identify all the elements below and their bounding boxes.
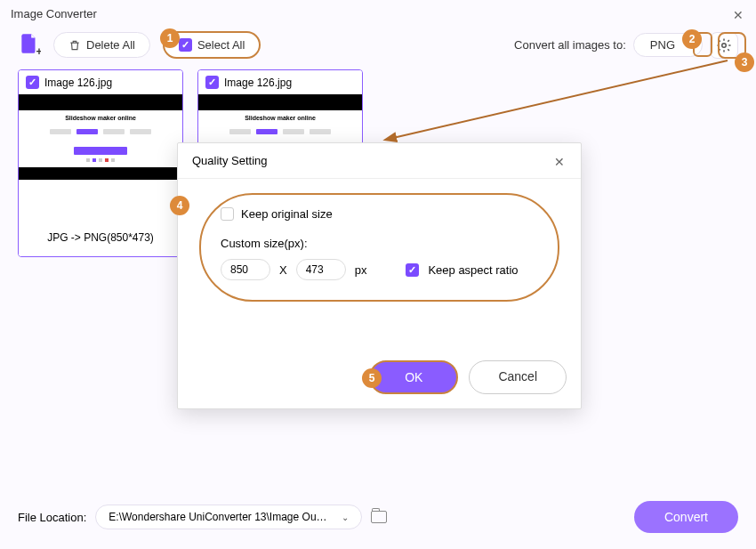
custom-size-label: Custom size(px): xyxy=(221,237,308,250)
keep-original-checkbox[interactable] xyxy=(221,207,234,221)
quality-setting-dialog: Quality Setting Keep original size Custo… xyxy=(177,142,582,409)
callout-2: 2 xyxy=(682,29,702,49)
close-icon[interactable] xyxy=(733,8,745,20)
callout-3: 3 xyxy=(735,52,754,72)
dialog-close-icon[interactable] xyxy=(554,155,567,167)
file-location-label: File Location: xyxy=(18,511,86,524)
svg-point-1 xyxy=(722,43,727,47)
file-location-path: E:\Wondershare UniConverter 13\Image Out… xyxy=(109,511,329,523)
app-title: Image Converter xyxy=(11,7,97,20)
trash-icon xyxy=(68,39,81,52)
delete-all-label: Delete All xyxy=(86,38,135,52)
select-all-label: Select All xyxy=(197,38,245,52)
select-all-checkbox xyxy=(179,38,192,52)
convert-button[interactable]: Convert xyxy=(634,501,738,533)
px-label: px xyxy=(355,263,367,277)
chevron-down-icon: ⌄ xyxy=(342,513,349,522)
file-location-select[interactable]: E:\Wondershare UniConverter 13\Image Out… xyxy=(95,505,362,529)
callout-1: 1 xyxy=(160,28,180,48)
format-value: PNG xyxy=(650,38,675,52)
card-checkbox[interactable] xyxy=(26,76,39,89)
convert-to-label: Convert all images to: xyxy=(514,38,626,52)
card-filename: Image 126.jpg xyxy=(224,77,292,89)
delete-all-button[interactable]: Delete All xyxy=(53,32,150,58)
keep-original-label: Keep original size xyxy=(241,207,333,221)
gear-icon xyxy=(716,37,732,53)
height-input[interactable] xyxy=(296,259,346,280)
callout-4: 4 xyxy=(170,196,189,215)
add-image-icon[interactable]: + xyxy=(18,32,41,59)
open-folder-icon[interactable] xyxy=(371,511,387,523)
settings-button[interactable] xyxy=(710,32,738,59)
card-conversion: JPG -> PNG(850*473) xyxy=(19,219,182,256)
keep-ratio-checkbox[interactable] xyxy=(406,263,419,277)
x-label: X xyxy=(279,263,287,277)
dialog-title: Quality Setting xyxy=(192,154,268,167)
ok-button[interactable]: OK xyxy=(369,360,458,394)
card-thumbnail: Slideshow maker online xyxy=(19,94,182,219)
svg-text:+: + xyxy=(36,45,41,55)
card-filename: Image 126.jpg xyxy=(44,77,112,89)
cancel-button[interactable]: Cancel xyxy=(469,360,567,394)
image-card[interactable]: Image 126.jpg Slideshow maker online JPG… xyxy=(18,69,183,257)
card-checkbox[interactable] xyxy=(205,76,219,89)
width-input[interactable] xyxy=(221,259,270,280)
keep-ratio-label: Keep aspect ratio xyxy=(428,263,518,277)
callout-5: 5 xyxy=(362,368,382,388)
